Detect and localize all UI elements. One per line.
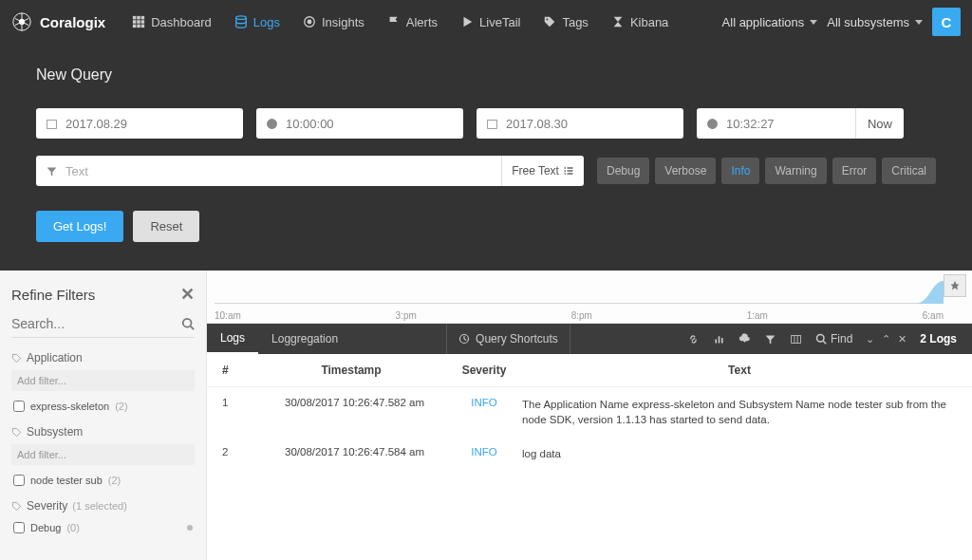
close-icon[interactable]: ✕ [180, 284, 195, 305]
columns-tool[interactable] [790, 333, 802, 345]
search-icon [181, 317, 195, 330]
sev-debug[interactable]: Debug [597, 158, 649, 184]
funnel-icon [764, 333, 776, 345]
nav-kibana[interactable]: Kibana [602, 9, 678, 35]
log-row[interactable]: 2 30/08/2017 10:26:47.584 am INFO log da… [207, 437, 972, 471]
apps-dropdown[interactable]: All applications [722, 15, 818, 29]
add-filter-subsystem[interactable]: Add filter... [11, 444, 195, 465]
svg-point-11 [236, 16, 247, 20]
list-icon [563, 165, 574, 177]
sev-warning[interactable]: Warning [765, 158, 826, 184]
filter-tool[interactable] [764, 333, 776, 345]
svg-point-19 [183, 319, 192, 327]
svg-point-22 [816, 335, 824, 343]
top-navbar: Coralogix Dashboard Logs Insights Alerts… [0, 0, 972, 44]
svg-rect-7 [141, 20, 145, 24]
filter-express-skeleton[interactable]: express-skeleton (2) [11, 397, 195, 416]
svg-rect-2 [133, 16, 137, 20]
brand[interactable]: Coralogix [11, 11, 105, 32]
chart-icon [713, 333, 725, 345]
section-severity[interactable]: Severity (1 selected) [11, 499, 195, 513]
flag-icon [387, 15, 401, 28]
svg-point-14 [547, 19, 549, 21]
timeline-ticks: 10:am 3:pm 8:pm 1:am 6:am [215, 310, 944, 321]
filter-node-tester-sub[interactable]: node tester sub (2) [11, 471, 195, 490]
nav-dashboard[interactable]: Dashboard [122, 9, 221, 35]
pin-button[interactable] [944, 274, 966, 297]
section-subsystem[interactable]: Subsystem [11, 425, 195, 439]
log-row[interactable]: 1 30/08/2017 10:26:47.582 am INFO The Ap… [207, 387, 972, 437]
date-start-input[interactable]: 2017.08.29 [36, 108, 243, 139]
refine-sidebar: Refine Filters ✕ Application Add filter.… [0, 271, 207, 560]
results-tabbar: Logs Loggregation Query Shortcuts Find ⌄ [207, 324, 972, 354]
text-search-input[interactable]: Text [36, 156, 501, 186]
play-icon [460, 15, 474, 28]
nav-arrows[interactable]: ⌄ ⌃ ✕ [866, 333, 907, 345]
nav-livetail[interactable]: LiveTail [451, 9, 530, 35]
nav-links: Dashboard Logs Insights Alerts LiveTail … [122, 9, 678, 35]
clock-icon [706, 118, 719, 130]
text-search-wrap: Text Free Text [36, 156, 584, 186]
time-start-input[interactable]: 10:00:00 [256, 108, 463, 139]
download-tool[interactable] [738, 333, 751, 345]
tab-logs[interactable]: Logs [207, 324, 258, 354]
add-filter-application[interactable]: Add filter... [11, 370, 195, 391]
sev-critical[interactable]: Critical [882, 158, 936, 184]
section-application[interactable]: Application [11, 351, 195, 364]
logs-count: 2 Logs [920, 332, 957, 345]
filter-debug[interactable]: Debug (0) [11, 518, 195, 537]
nav-right: All applications All subsystems C [722, 8, 961, 36]
filter-icon [46, 165, 58, 177]
svg-rect-9 [137, 25, 140, 28]
caret-down-icon [915, 20, 923, 25]
chart-tool[interactable] [713, 333, 725, 345]
filter-checkbox[interactable] [13, 522, 25, 533]
filter-checkbox[interactable] [13, 475, 25, 486]
sidebar-search-input[interactable] [11, 316, 154, 331]
date-end-input[interactable]: 2017.08.30 [477, 108, 683, 139]
brand-logo-icon [11, 11, 32, 32]
find-tool[interactable]: Find [815, 332, 852, 345]
nav-logs[interactable]: Logs [225, 9, 290, 35]
filter-checkbox[interactable] [13, 401, 25, 412]
close-small-icon[interactable]: ✕ [898, 333, 907, 345]
severity-filters: Debug Verbose Info Warning Error Critica… [597, 158, 936, 184]
query-title: New Query [36, 66, 936, 84]
kibana-icon [611, 15, 625, 28]
timeline[interactable]: 10:am 3:pm 8:pm 1:am 6:am [207, 271, 972, 324]
now-button[interactable]: Now [855, 108, 904, 139]
sev-error[interactable]: Error [832, 158, 877, 184]
user-avatar[interactable]: C [932, 8, 961, 36]
reset-button[interactable]: Reset [133, 211, 199, 242]
subs-dropdown[interactable]: All subsystems [827, 15, 923, 29]
sev-info[interactable]: Info [721, 158, 759, 184]
svg-rect-4 [141, 16, 145, 20]
sidebar-search[interactable] [11, 316, 195, 338]
caret-down-icon [810, 20, 817, 25]
query-shortcuts-button[interactable]: Query Shortcuts [446, 324, 570, 354]
sev-verbose[interactable]: Verbose [655, 158, 716, 184]
svg-rect-21 [792, 335, 801, 343]
columns-icon [790, 333, 802, 345]
target-icon [303, 15, 316, 28]
tag-icon [11, 427, 22, 438]
time-end-input[interactable]: 10:32:27 [697, 108, 855, 139]
chevron-down-icon[interactable]: ⌄ [866, 333, 874, 345]
nav-insights[interactable]: Insights [293, 9, 374, 35]
col-text: Text [522, 364, 957, 377]
nav-alerts[interactable]: Alerts [378, 9, 447, 35]
clock-icon [266, 118, 278, 130]
chevron-up-icon[interactable]: ⌃ [882, 333, 890, 345]
nav-tags[interactable]: Tags [533, 9, 597, 35]
svg-rect-6 [137, 20, 140, 24]
tag-icon [11, 353, 22, 364]
pin-icon [949, 280, 961, 291]
svg-point-13 [308, 20, 311, 24]
tab-loggregation[interactable]: Loggregation [258, 324, 351, 354]
get-logs-button[interactable]: Get Logs! [36, 211, 123, 242]
freetext-toggle[interactable]: Free Text [501, 156, 584, 186]
svg-rect-8 [133, 25, 137, 28]
timeline-baseline [215, 303, 944, 304]
link-tool[interactable] [687, 333, 700, 345]
tag-icon [11, 501, 22, 512]
